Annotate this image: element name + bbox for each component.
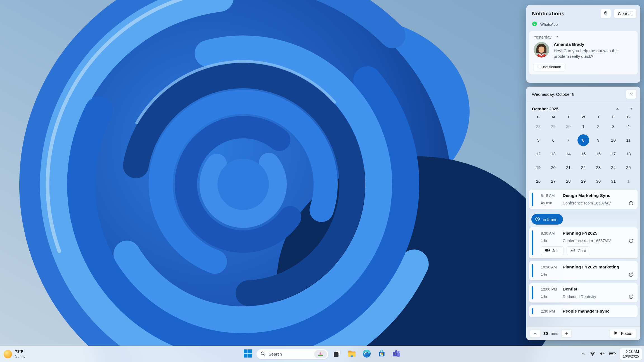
- focus-button[interactable]: Focus: [610, 329, 637, 338]
- whatsapp-icon: [532, 21, 537, 28]
- event-card[interactable]: 8:15 AMDesign Marketing Sync45 minConfer…: [529, 190, 638, 209]
- weather-temperature: 78°F: [15, 349, 25, 354]
- chat-icon: [571, 248, 576, 254]
- event-duration: 45 min: [541, 201, 563, 205]
- calendar-day[interactable]: 19: [531, 161, 546, 174]
- calendar-day[interactable]: 23: [591, 161, 606, 174]
- calendar-day[interactable]: 27: [546, 174, 561, 188]
- calendar-day[interactable]: 6: [546, 133, 561, 147]
- bell-snooze-icon: z z: [603, 11, 608, 17]
- calendar-day[interactable]: 29: [576, 174, 591, 188]
- notification-group-header[interactable]: WhatsApp: [526, 20, 640, 30]
- calendar-day[interactable]: 22: [576, 161, 591, 174]
- calendar-day[interactable]: 12: [531, 147, 546, 161]
- weekday-header: T: [561, 115, 576, 119]
- search-box[interactable]: Search: [256, 349, 328, 359]
- calendar-day[interactable]: 2: [591, 120, 606, 133]
- show-hidden-icons-chevron[interactable]: [581, 351, 586, 357]
- chevron-down-icon[interactable]: [555, 35, 559, 39]
- calendar-day[interactable]: 28: [561, 174, 576, 188]
- calendar-day[interactable]: 4: [621, 120, 636, 133]
- task-view-button[interactable]: [331, 348, 343, 360]
- calendar-day[interactable]: 30: [561, 120, 576, 133]
- decrease-duration-button[interactable]: −: [530, 329, 540, 338]
- calendar-day[interactable]: 28: [531, 120, 546, 133]
- edge-button[interactable]: [361, 348, 373, 360]
- notification-card[interactable]: Yesterday: [529, 31, 638, 75]
- month-up-icon[interactable]: [616, 106, 619, 111]
- calendar-collapse-button[interactable]: [626, 90, 636, 99]
- weather-widget[interactable]: 78°F Sunny: [4, 346, 25, 362]
- calendar-day-selected[interactable]: 8: [576, 133, 591, 147]
- month-down-icon[interactable]: [630, 106, 633, 111]
- calendar-day[interactable]: 30: [591, 174, 606, 188]
- teams-button[interactable]: T: [390, 348, 402, 360]
- notification-settings-button[interactable]: z z: [600, 9, 611, 18]
- calendar-day[interactable]: 13: [546, 147, 561, 161]
- notification-group-label: Yesterday: [534, 35, 551, 39]
- event-card[interactable]: 12:00 PMDentist1 hrRedmond Dentistry: [529, 283, 638, 303]
- calendar-day[interactable]: 18: [621, 147, 636, 161]
- event-title: Planning FY2025: [563, 231, 597, 236]
- calendar-day[interactable]: 1: [621, 174, 636, 188]
- calendar-day[interactable]: 11: [621, 133, 636, 147]
- join-button[interactable]: Join: [541, 246, 564, 255]
- event-location: Redmond Dentistry: [563, 294, 628, 299]
- event-time: 8:15 AM: [541, 194, 563, 198]
- file-explorer-icon: [347, 349, 356, 359]
- reminder-label: in 5 min: [543, 217, 558, 222]
- recurrence-off-icon: [628, 272, 634, 277]
- calendar-day[interactable]: 16: [591, 147, 606, 161]
- clock[interactable]: 9:28 AM 10/8/2025: [620, 348, 642, 360]
- calendar-day[interactable]: 9: [591, 133, 606, 147]
- volume-icon[interactable]: [600, 351, 605, 357]
- play-icon: [614, 331, 618, 336]
- calendar-day[interactable]: 10: [606, 133, 621, 147]
- more-notifications-button[interactable]: +1 notification: [534, 63, 565, 71]
- agenda-list: 8:15 AMDesign Marketing Sync45 minConfer…: [526, 188, 640, 326]
- recurrence-off-icon: [628, 294, 634, 299]
- event-title: People managers sync: [563, 309, 610, 314]
- calendar-header: Wednesday, October 8: [526, 87, 640, 102]
- calendar-month-label: October 2025: [532, 106, 616, 111]
- event-card[interactable]: 10:30 AMPlanning FY2025 marketing1 hr: [529, 261, 638, 280]
- event-duration: 1 hr: [541, 294, 563, 299]
- calendar-day[interactable]: 17: [606, 147, 621, 161]
- wifi-icon[interactable]: [590, 351, 595, 357]
- calendar-date-header: Wednesday, October 8: [532, 92, 626, 97]
- event-card[interactable]: 2:30 PMPeople managers sync: [529, 305, 638, 317]
- increase-duration-button[interactable]: +: [561, 329, 572, 338]
- microsoft-store-button[interactable]: [375, 348, 388, 360]
- clear-all-button[interactable]: Clear all: [614, 9, 636, 18]
- calendar-day[interactable]: 5: [531, 133, 546, 147]
- calendar-day-grid: 2829301234567891011121314151617181920212…: [526, 120, 640, 188]
- event-card[interactable]: 9:30 AMPlanning FY20251 hrConference roo…: [529, 227, 638, 258]
- notification-sender: Amanda Brady: [554, 42, 631, 47]
- calendar-day[interactable]: 24: [606, 161, 621, 174]
- windows-logo-icon: [244, 349, 252, 359]
- microsoft-store-icon: [377, 349, 386, 359]
- calendar-day[interactable]: 15: [576, 147, 591, 161]
- chat-button[interactable]: Chat: [567, 246, 590, 255]
- calendar-day[interactable]: 25: [621, 161, 636, 174]
- file-explorer-button[interactable]: [346, 348, 358, 360]
- calendar-day[interactable]: 31: [606, 174, 621, 188]
- calendar-day[interactable]: 14: [561, 147, 576, 161]
- calendar-day[interactable]: 7: [561, 133, 576, 147]
- event-time: 9:30 AM: [541, 231, 563, 235]
- calendar-day[interactable]: 20: [546, 161, 561, 174]
- calendar-day[interactable]: 29: [546, 120, 561, 133]
- calendar-day[interactable]: 26: [531, 174, 546, 188]
- svg-text:z: z: [605, 12, 606, 13]
- edge-icon: [362, 349, 371, 359]
- event-title: Planning FY2025 marketing: [563, 265, 619, 270]
- calendar-day[interactable]: 1: [576, 120, 591, 133]
- join-icon: [545, 248, 550, 253]
- calendar-day[interactable]: 3: [606, 120, 621, 133]
- notification-message: Hey! Can you help me out with this probl…: [554, 48, 631, 59]
- start-button[interactable]: [242, 348, 254, 360]
- task-view-icon: [333, 349, 341, 359]
- battery-icon[interactable]: [609, 351, 616, 357]
- event-location: Conference room 16537/AV: [563, 201, 628, 205]
- calendar-day[interactable]: 21: [561, 161, 576, 174]
